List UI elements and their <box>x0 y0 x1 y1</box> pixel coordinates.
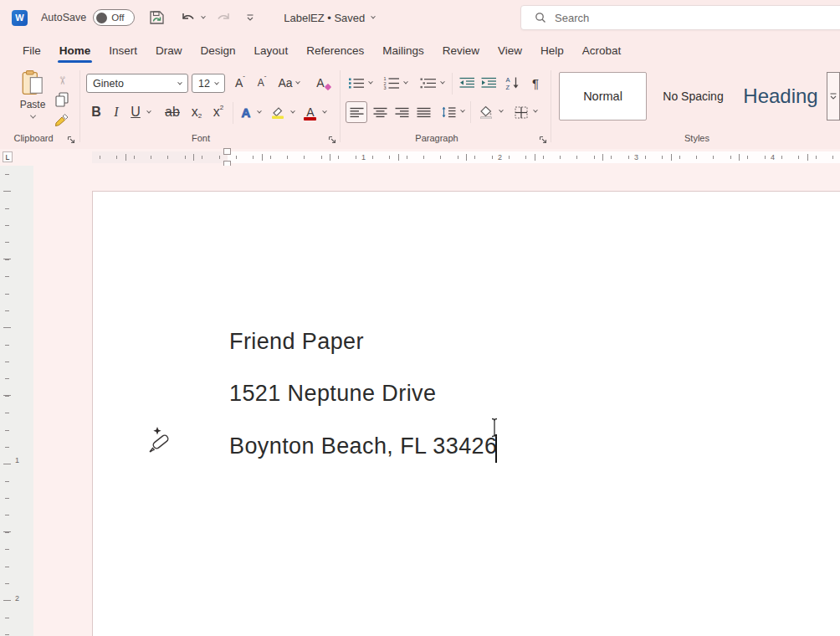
change-case-button[interactable]: Aa <box>274 73 303 93</box>
bullets-icon <box>348 77 365 90</box>
styles-gallery-more-button[interactable] <box>827 72 840 121</box>
style-no-spacing-label: No Spacing <box>663 90 723 103</box>
shading-button[interactable] <box>475 101 497 123</box>
sort-button[interactable]: A Z <box>501 73 525 93</box>
tab-mailings[interactable]: Mailings <box>373 38 433 64</box>
strikethrough-button[interactable]: ab <box>161 102 184 122</box>
bullets-button[interactable] <box>346 73 367 93</box>
autosave-toggle[interactable]: Off <box>93 9 135 26</box>
bold-button[interactable]: B <box>87 102 105 122</box>
horizontal-ruler[interactable]: 1 2 3 4 <box>92 151 840 163</box>
bullets-chevron-icon[interactable] <box>368 80 373 85</box>
subscript-button[interactable]: x2 <box>186 102 207 122</box>
show-hide-marks-button[interactable]: ¶ <box>526 73 545 93</box>
style-normal[interactable]: Normal <box>559 72 647 121</box>
tab-review[interactable]: Review <box>433 38 489 64</box>
text-effects-chevron-icon[interactable] <box>257 109 262 114</box>
line-spacing-button[interactable] <box>438 101 459 123</box>
text-effects-button[interactable]: A <box>236 102 256 122</box>
font-size-select[interactable]: 12 <box>192 74 225 93</box>
bold-icon: B <box>91 105 101 120</box>
tab-insert[interactable]: Insert <box>100 38 146 64</box>
document-page[interactable]: Friend Paper 1521 Neptune Drive Boynton … <box>92 191 840 636</box>
search-input[interactable] <box>555 12 806 24</box>
line-spacing-chevron-icon[interactable] <box>460 108 465 113</box>
align-right-button[interactable] <box>391 101 412 123</box>
superscript-button[interactable]: x2 <box>207 102 229 122</box>
borders-button[interactable] <box>510 101 532 123</box>
clear-formatting-button[interactable]: A <box>310 73 331 93</box>
align-center-button[interactable] <box>369 101 391 123</box>
copilot-pen-button[interactable] <box>146 425 174 460</box>
shrink-font-button[interactable]: Aˇ <box>251 73 273 93</box>
gallery-more-icon <box>829 92 837 100</box>
format-painter-button[interactable] <box>52 111 72 128</box>
font-name-chevron-icon <box>177 80 182 85</box>
grow-font-button[interactable]: Aˆ <box>229 73 251 93</box>
tab-stop-selector[interactable]: L <box>3 151 13 162</box>
button-divider <box>233 102 233 124</box>
undo-dropdown-chevron-icon[interactable] <box>201 14 206 19</box>
redo-button[interactable] <box>213 8 233 28</box>
highlight-button[interactable] <box>268 102 288 122</box>
change-case-icon: Aa <box>278 76 292 90</box>
font-dialog-launcher[interactable] <box>326 134 337 145</box>
highlight-chevron-icon[interactable] <box>290 109 295 114</box>
save-button[interactable] <box>146 8 166 28</box>
paste-button[interactable]: Paste <box>13 69 52 130</box>
justify-button[interactable] <box>412 101 434 123</box>
multilevel-list-icon <box>420 77 437 90</box>
style-heading-label: Heading <box>743 85 817 108</box>
font-name-select[interactable]: Gineto <box>86 74 188 93</box>
vruler-number: 1 <box>15 455 19 465</box>
borders-chevron-icon[interactable] <box>533 108 538 113</box>
paragraph-dialog-launcher[interactable] <box>537 134 548 145</box>
ruler-ticks-major <box>92 154 840 161</box>
numbering-button[interactable]: 1 2 3 <box>381 73 402 93</box>
tab-layout[interactable]: Layout <box>245 38 298 64</box>
cut-button[interactable]: ✂ <box>52 72 72 89</box>
document-title-button[interactable]: LabelEZ • Saved <box>284 12 375 24</box>
numbering-chevron-icon[interactable] <box>403 80 408 85</box>
grow-font-icon: A <box>235 76 243 90</box>
borders-icon <box>515 106 528 119</box>
underline-button[interactable]: U <box>127 102 144 122</box>
ruler-number: 3 <box>633 153 640 162</box>
tab-view[interactable]: View <box>489 38 531 64</box>
italic-button[interactable]: I <box>107 102 125 122</box>
increase-indent-button[interactable] <box>478 73 499 93</box>
multilevel-chevron-icon[interactable] <box>440 80 445 85</box>
search-bar[interactable] <box>520 5 840 30</box>
copy-button[interactable] <box>52 91 72 108</box>
tab-draw[interactable]: Draw <box>146 38 192 64</box>
font-color-chevron-icon[interactable] <box>322 109 327 114</box>
doc-line-2: 1521 Neptune Drive <box>229 381 436 407</box>
font-size-value: 12 <box>198 78 215 90</box>
multilevel-list-button[interactable] <box>417 73 439 93</box>
tab-design[interactable]: Design <box>192 38 245 64</box>
decrease-indent-button[interactable] <box>456 73 478 93</box>
first-line-indent-marker[interactable] <box>223 148 231 155</box>
align-right-icon <box>395 107 409 118</box>
tab-acrobat[interactable]: Acrobat <box>573 38 631 64</box>
tab-file[interactable]: File <box>13 38 50 64</box>
font-color-button[interactable]: A <box>301 102 320 122</box>
toggle-knob <box>96 13 107 23</box>
style-heading[interactable]: Heading <box>737 72 824 121</box>
chevron-down-line-icon <box>246 13 254 22</box>
tab-help[interactable]: Help <box>531 38 573 64</box>
align-left-button[interactable] <box>346 101 367 123</box>
tab-home[interactable]: Home <box>50 38 100 64</box>
undo-button[interactable] <box>178 8 198 28</box>
customize-quick-access-button[interactable] <box>240 8 260 28</box>
word-logo-icon[interactable]: W <box>12 10 28 26</box>
style-no-spacing[interactable]: No Spacing <box>653 72 733 121</box>
underline-chevron-icon[interactable] <box>146 109 151 114</box>
clipboard-dialog-launcher[interactable] <box>65 134 76 145</box>
undo-icon <box>181 11 196 24</box>
dialog-launcher-icon <box>67 136 75 144</box>
vertical-ruler[interactable]: 1 2 <box>0 166 33 636</box>
tab-references[interactable]: References <box>297 38 373 64</box>
subscript-exp: 2 <box>198 112 202 120</box>
shading-chevron-icon[interactable] <box>499 108 504 113</box>
